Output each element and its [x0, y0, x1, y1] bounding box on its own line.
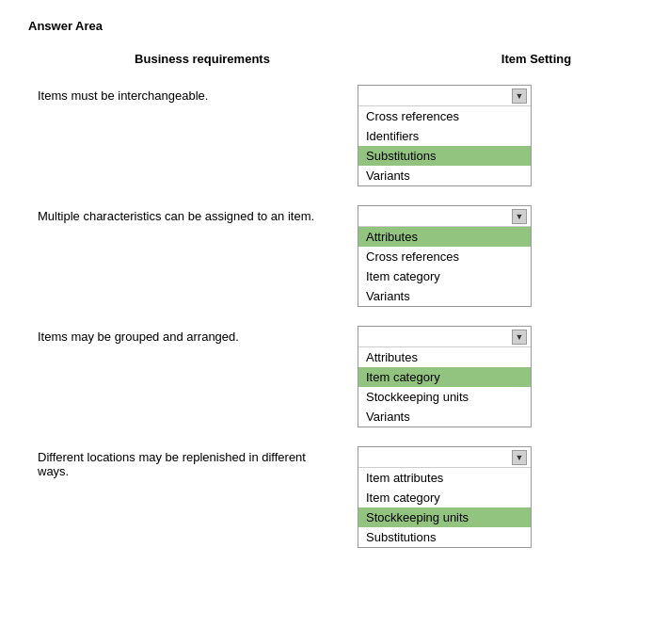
dropdown-2[interactable]: ▼AttributesCross referencesItem category… [358, 205, 532, 307]
header-row: Business requirements Item Setting [28, 52, 640, 66]
dropdown-item-1-4[interactable]: Variants [358, 166, 531, 185]
chevron-down-icon[interactable]: ▼ [512, 450, 527, 465]
chevron-down-icon[interactable]: ▼ [512, 89, 527, 104]
qa-row-4: Different locations may be replenished i… [28, 446, 640, 548]
qa-row-1: Items must be interchangeable.▼Cross ref… [28, 85, 640, 186]
dropdown-item-3-2[interactable]: Item category [358, 367, 531, 387]
answer-area-title: Answer Area [28, 19, 640, 33]
dropdown-item-2-4[interactable]: Variants [358, 286, 531, 306]
dropdown-item-2-3[interactable]: Item category [358, 266, 531, 286]
business-requirement-1: Items must be interchangeable. [38, 85, 358, 103]
dropdown-item-3-4[interactable]: Variants [358, 407, 531, 427]
dropdown-item-1-1[interactable]: Cross references [358, 106, 531, 126]
business-requirement-2: Multiple characteristics can be assigned… [38, 205, 358, 223]
business-requirement-4: Different locations may be replenished i… [38, 446, 358, 478]
dropdown-item-3-1[interactable]: Attributes [358, 347, 531, 367]
dropdown-item-2-1[interactable]: Attributes [358, 227, 531, 247]
dropdown-header-2[interactable]: ▼ [358, 206, 531, 227]
dropdown-item-4-1[interactable]: Item attributes [358, 468, 531, 488]
business-requirement-3: Items may be grouped and arranged. [38, 326, 358, 344]
dropdown-1[interactable]: ▼Cross referencesIdentifiersSubstitution… [358, 85, 532, 186]
dropdown-item-1-3[interactable]: Substitutions [358, 146, 531, 166]
dropdown-header-1[interactable]: ▼ [358, 86, 531, 106]
dropdown-item-3-3[interactable]: Stockkeeping units [358, 387, 531, 407]
dropdown-item-1-2[interactable]: Identifiers [358, 126, 531, 146]
dropdown-list-3: AttributesItem categoryStockkeeping unit… [358, 347, 531, 427]
qa-row-3: Items may be grouped and arranged.▼Attri… [28, 326, 640, 427]
dropdown-item-2-2[interactable]: Cross references [358, 247, 531, 266]
business-requirements-header: Business requirements [38, 52, 442, 66]
qa-row-2: Multiple characteristics can be assigned… [28, 205, 640, 307]
dropdown-3[interactable]: ▼AttributesItem categoryStockkeeping uni… [358, 326, 532, 427]
chevron-down-icon[interactable]: ▼ [512, 209, 527, 224]
dropdown-4[interactable]: ▼Item attributesItem categoryStockkeepin… [358, 446, 532, 548]
dropdown-header-3[interactable]: ▼ [358, 327, 531, 347]
dropdown-header-4[interactable]: ▼ [358, 447, 531, 468]
dropdown-list-1: Cross referencesIdentifiersSubstitutions… [358, 106, 531, 185]
dropdown-item-4-2[interactable]: Item category [358, 488, 531, 507]
dropdown-list-4: Item attributesItem categoryStockkeeping… [358, 468, 531, 547]
item-setting-header: Item Setting [442, 52, 630, 66]
dropdown-list-2: AttributesCross referencesItem categoryV… [358, 227, 531, 306]
dropdown-item-4-3[interactable]: Stockkeeping units [358, 507, 531, 527]
chevron-down-icon[interactable]: ▼ [512, 330, 527, 345]
dropdown-item-4-4[interactable]: Substitutions [358, 527, 531, 547]
